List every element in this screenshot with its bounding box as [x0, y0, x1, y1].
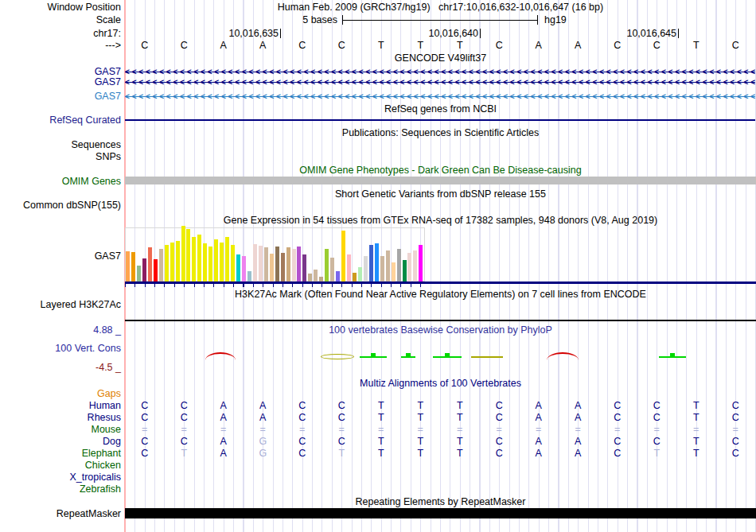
gtex-bar[interactable] [407, 253, 411, 282]
gtex-bar[interactable] [131, 252, 135, 282]
ruler-base-letter: C [480, 40, 520, 51]
track-label-gas7-1[interactable]: GAS7 [95, 66, 121, 77]
gtex-bar[interactable] [270, 254, 274, 282]
gtex-bar[interactable] [192, 237, 196, 282]
ruler-base-letter: C [637, 40, 677, 51]
gtex-bar[interactable] [413, 250, 417, 282]
phylop-mark-line-5 [471, 356, 503, 358]
gtex-bar[interactable] [264, 247, 268, 282]
alignment-letter-elephant: T [401, 448, 441, 459]
gtex-bar[interactable] [308, 274, 312, 282]
gtex-bar[interactable] [176, 241, 180, 282]
track-label-repeatmasker[interactable]: RepeatMasker [57, 508, 121, 519]
gtex-bar[interactable] [341, 231, 345, 282]
alignment-letter-human: C [125, 400, 165, 411]
gtex-bar[interactable] [292, 249, 296, 282]
track-label-refseq-curated[interactable]: RefSeq Curated [49, 115, 121, 126]
gtex-bar[interactable] [336, 271, 340, 282]
gtex-bar[interactable] [392, 262, 396, 282]
alignment-letter-mouse: = [283, 424, 322, 435]
gtex-bar[interactable] [253, 244, 257, 282]
position-title: Human Feb. 2009 (GRCh37/hg19) chr17:10,0… [125, 2, 756, 13]
gtex-bar[interactable] [347, 254, 351, 282]
gtex-bar[interactable] [165, 245, 169, 282]
gtex-bar[interactable] [369, 245, 373, 282]
gtex-bar[interactable] [181, 226, 185, 282]
gtex-bar[interactable] [397, 249, 401, 282]
gtex-bar[interactable] [386, 250, 390, 282]
alignment-letter-dog: G [244, 436, 283, 447]
gtex-bar[interactable] [126, 251, 130, 282]
alignment-letter-rhesus: C [598, 412, 637, 423]
repeatmasker-bar[interactable] [125, 508, 756, 518]
gtex-bar[interactable] [170, 243, 174, 282]
alignment-letter-dog: C [165, 436, 205, 447]
omim-gene-bar[interactable] [125, 177, 756, 184]
track-label-human: Human [89, 400, 121, 411]
gtex-bar[interactable] [281, 253, 285, 282]
gtex-bar[interactable] [330, 258, 334, 282]
gtex-bar[interactable] [358, 267, 362, 282]
gtex-bar[interactable] [302, 254, 306, 282]
alignment-letter-dog: T [676, 436, 716, 447]
gtex-bar[interactable] [231, 245, 235, 282]
track-label-gtex-gas7[interactable]: GAS7 [95, 250, 121, 262]
gtex-bar[interactable] [375, 243, 379, 282]
track-label-sequences[interactable]: Sequences [71, 139, 121, 150]
gtex-bar[interactable] [220, 243, 224, 282]
assembly-label: hg19 [544, 14, 567, 25]
h3k27ac-track-line[interactable] [125, 320, 756, 321]
gtex-bar[interactable] [403, 260, 407, 282]
gtex-bar[interactable] [159, 249, 163, 282]
gtex-bar[interactable] [208, 247, 212, 282]
refseq-curated-line[interactable] [125, 119, 755, 121]
gtex-bar[interactable] [236, 254, 240, 282]
ruler-base-letter: C [165, 40, 205, 51]
track-label-gas7-3[interactable]: GAS7 [95, 91, 121, 102]
track-label-snps[interactable]: SNPs [95, 151, 121, 162]
alignment-letter-mouse: = [676, 424, 716, 435]
gtex-bar[interactable] [214, 239, 218, 282]
transcript-arrows-0[interactable]: <<<<<<<<<<<<<<<<<<<<<<<<<<<<<<<<<<<<<<<<… [125, 68, 755, 76]
gtex-bar[interactable] [297, 247, 301, 282]
track-label-cons-min: -4.5 _ [95, 362, 121, 373]
gtex-bar[interactable] [275, 247, 279, 282]
gtex-bar[interactable] [353, 273, 357, 282]
ruler-base-letter: A [204, 40, 244, 51]
gtex-bar[interactable] [203, 243, 207, 282]
gtex-bar[interactable] [225, 237, 229, 282]
track-label-gaps: Gaps [97, 388, 121, 399]
alignment-letter-dog: C [322, 436, 362, 447]
gtex-bar[interactable] [142, 258, 146, 282]
gtex-bar[interactable] [314, 270, 318, 282]
track-label-common-dbsnp[interactable]: Common dbSNP(155) [23, 200, 121, 211]
gtex-bar[interactable] [419, 245, 423, 282]
track-label-omim-genes[interactable]: OMIM Genes [62, 176, 121, 187]
gtex-bar[interactable] [197, 235, 201, 282]
gtex-bar[interactable] [325, 249, 329, 282]
gtex-bar[interactable] [259, 246, 263, 282]
gtex-bar[interactable] [247, 271, 251, 282]
track-label-layered-h3k27ac[interactable]: Layered H3K27Ac [41, 299, 121, 310]
gtex-bar[interactable] [137, 266, 141, 282]
alignment-letter-elephant: G [244, 448, 283, 459]
alignment-letter-mouse: = [716, 424, 756, 435]
gtex-bar[interactable] [242, 256, 246, 282]
gtex-bar[interactable] [154, 259, 158, 282]
track-label-zebrafish: Zebrafish [80, 483, 121, 495]
track-label-gas7-2[interactable]: GAS7 [95, 76, 121, 87]
gtex-bar[interactable] [364, 256, 368, 282]
gtex-bar[interactable] [286, 247, 290, 282]
alignment-letter-rhesus: C [637, 412, 677, 423]
gtex-bar[interactable] [380, 256, 384, 282]
alignment-letter-dog: C [480, 436, 520, 447]
alignment-letter-human: T [361, 400, 401, 411]
transcript-arrows-1[interactable]: <<<<<<<<<<<<<<<<<<<<<<<<<<<<<<<<<<<<<<<<… [125, 78, 755, 87]
alignment-letter-human: C [637, 400, 677, 411]
gtex-bar[interactable] [186, 229, 190, 282]
track-label-vert-cons[interactable]: 100 Vert. Cons [55, 343, 121, 354]
track-label-x-tropicalis: X_tropicalis [69, 472, 121, 483]
alignment-letter-mouse: = [322, 424, 362, 435]
gtex-bar[interactable] [148, 247, 152, 282]
transcript-arrows-2[interactable]: <<<<<<<<<<<<<<<<<<<<<<<<<<<<<<<<<<<<<<<<… [125, 92, 755, 101]
